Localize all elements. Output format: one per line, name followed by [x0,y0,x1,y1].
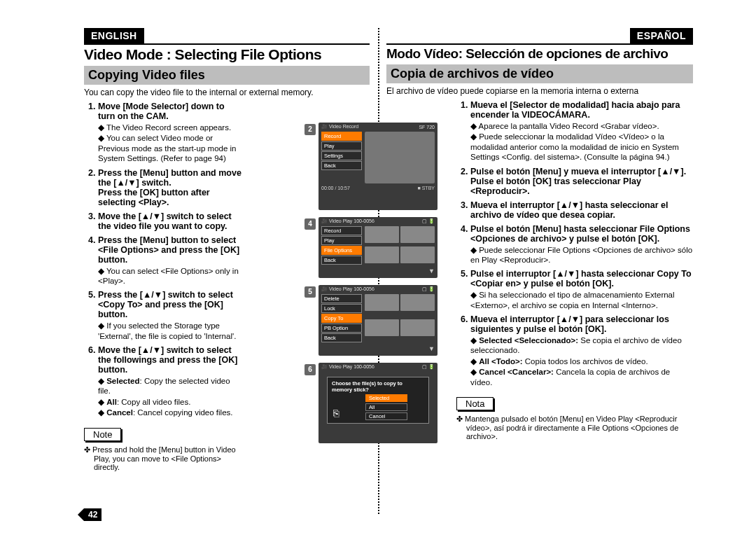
intro-en: You can copy the video file to the inter… [84,88,370,97]
title-es: Modo Vídeo: Selección de opciones de arc… [386,46,693,62]
thumb [365,319,399,336]
step1-detail2-en: You can select Video mode or Previous mo… [98,133,244,163]
lang-english: ENGLISH [84,28,144,43]
step6-d1-en: Selected: Copy the selected video file. [98,376,244,396]
lang-espanol: ESPAÑOL [630,28,693,43]
step6-d2-en: All: Copy all video files. [98,397,244,407]
screen4-menu-play: Play [321,236,362,245]
step2-es: Pulse el botón [Menu] y mueva el interru… [470,167,686,196]
step6-d3-en: Cancel: Cancel copying video files. [98,408,244,417]
screen2-title: 🎥 Video Record [321,124,358,130]
screen5-menu-copyto: Copy To [321,314,362,323]
step4-en: Press the [Menu] button to select <File … [98,235,239,265]
screen2-menu-back: Back [321,161,362,170]
screen2-menu-play: Play [321,141,362,151]
step5-es: Pulse el interruptor [▲/▼] hasta selecci… [470,269,692,289]
page-number: 42 [84,508,102,521]
screen-number-2: 2 [304,124,316,135]
step3-es: Mueva el interruptor [▲/▼] hasta selecci… [470,200,668,220]
thumb [365,294,399,311]
step1-detail2-es: Puede seleccionar la modalidad Vídeo <Ví… [470,132,693,162]
screen6-title: 🎥 Video Play 100-0056 [321,364,374,370]
screen2-menu-settings: Settings [321,151,362,160]
steps-es: Mueva el [Selector de modalidad] hacia a… [456,100,693,387]
screen2-stby: ■ STBY [418,186,435,190]
step3-en: Move the [▲/▼] switch to select the vide… [98,211,232,231]
note-text-es: Mantenga pulsado el botón [Menu] en Vide… [456,415,693,440]
screen6-opt-selected: Selected [365,394,407,402]
intro-es: El archivo de vídeo puede copiarse en la… [386,86,693,96]
thumb [400,319,435,336]
screen2-badges: SF 720 [419,125,435,130]
screen4-menu-back: Back [321,256,362,265]
screen6-popup: Choose the file(s) to copy to memory sti… [327,377,429,424]
step4-es: Pulse el botón [Menu] hasta seleccionar … [470,224,690,244]
screen6-popup-question: Choose the file(s) to copy to memory sti… [332,380,424,393]
subtitle-en: Copying Video files [84,66,370,85]
screen2-menu-record: Record [321,132,362,141]
screen-number-4: 4 [304,218,316,230]
step4-detail1-es: Puede seleccionar File Options <Opciones… [470,245,693,265]
step6-d3-es: Cancel <Cancelar>: Cancela la copia de a… [470,367,693,387]
screen4-menu-record: Record [321,226,362,235]
step5-en: Press the [▲/▼] switch to select <Copy T… [98,290,233,319]
thumb [400,294,435,311]
screen5-menu-pboption: PB Option [321,324,362,333]
step1-detail1-en: The Video Record screen appears. [98,123,244,132]
subtitle-es: Copia de archivos de vídeo [386,64,693,83]
thumb [365,246,399,263]
title-en: Video Mode : Selecting File Options [84,46,370,63]
screen5-title: 🎥 Video Play 100-0056 [321,286,374,292]
screen5-menu-lock: Lock [321,304,362,313]
screen4-menu-fileoptions: File Options [321,246,362,255]
screen-number-5: 5 [304,286,316,298]
screen6-opt-cancel: Cancel [365,412,407,420]
step6-en: Move the [▲/▼] switch to select the foll… [98,345,237,375]
note-text-en: Press and hold the [Menu] button in Vide… [84,445,244,471]
step1-en: Move [Mode Selector] down to turn on the… [98,102,225,121]
screen2-time: 00:00 / 10:57 [321,186,350,190]
thumb [400,226,435,243]
step2-en: Press the [Menu] button and move the [▲/… [98,168,241,188]
step6-d1-es: Selected <Seleccionado>: Se copia el arc… [470,335,693,356]
note-label-es: Nota [456,397,493,410]
step5-detail1-es: Si ha seleccionado el tipo de almacenami… [470,290,693,310]
step2b-en: Press the [OK] button after selecting <P… [98,188,210,207]
steps-en: Move [Mode Selector] down to turn on the… [84,102,244,418]
screen-number-6: 6 [304,364,316,375]
step1-detail1-es: Aparece la pantalla Video Record <Grabar… [470,121,693,131]
note-label-en: Note [84,428,121,441]
screen4-title: 🎥 Video Play 100-0056 [321,218,374,224]
step5-detail1-en: If you selected the Storage type 'Extern… [98,321,244,341]
step1-es: Mueva el [Selector de modalidad] hacia a… [470,100,680,120]
thumb [400,246,435,263]
step6-d2-es: All <Todo>: Copia todos los archivos de … [470,356,693,366]
screen2-preview [365,132,435,183]
copy-icon: ⎘ [333,408,339,419]
screen5-menu-back: Back [321,333,362,342]
screen6-opt-all: All [365,403,407,411]
thumb [365,226,399,243]
step6-es: Mueva el interruptor [▲/▼] para seleccio… [470,314,669,334]
step4-detail1-en: You can select <File Options> only in <P… [98,266,244,286]
screen5-menu-delete: Delete [321,294,362,303]
screen-illustrations: 2 🎥 Video Record SF 720 Record Play Sett… [318,123,438,450]
